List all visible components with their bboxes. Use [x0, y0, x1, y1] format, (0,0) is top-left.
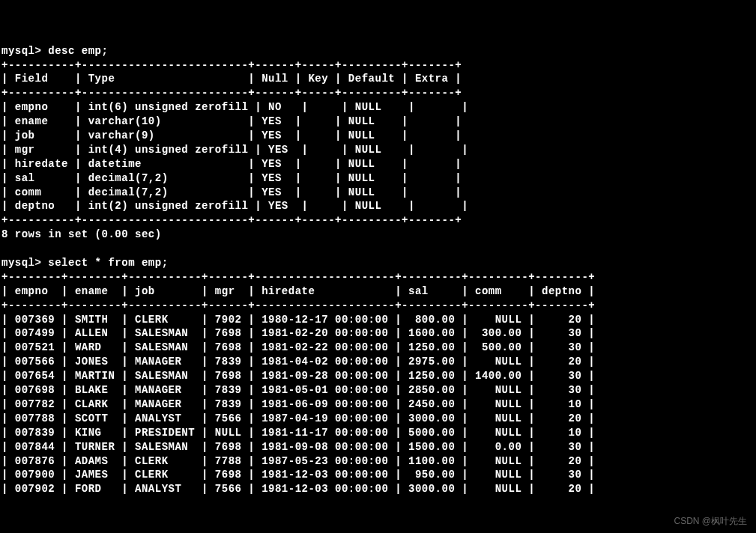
- desc-row: | empno | int(6) unsigned zerofill | NO …: [1, 101, 468, 113]
- select-row: | 007876 | ADAMS | CLERK | 7788 | 1987-0…: [1, 455, 595, 467]
- select-row: | 007782 | CLARK | MANAGER | 7839 | 1981…: [1, 398, 595, 410]
- select-row: | 007566 | JONES | MANAGER | 7839 | 1981…: [1, 356, 595, 368]
- desc-footer: 8 rows in set (0.00 sec): [1, 228, 162, 240]
- desc-border-top: +----------+-------------------------+--…: [1, 59, 462, 71]
- watermark-text: CSDN @枫叶先生: [674, 515, 747, 527]
- select-row: | 007788 | SCOTT | ANALYST | 7566 | 1987…: [1, 412, 595, 424]
- select-row: | 007369 | SMITH | CLERK | 7902 | 1980-1…: [1, 314, 595, 326]
- desc-border-bottom: +----------+-------------------------+--…: [1, 214, 462, 226]
- select-header-row: | empno | ename | job | mgr | hiredate |…: [1, 285, 595, 297]
- desc-row: | job | varchar(9) | YES | | NULL | |: [1, 130, 462, 141]
- select-row: | 007844 | TURNER | SALESMAN | 7698 | 19…: [1, 441, 595, 453]
- desc-row: | sal | decimal(7,2) | YES | | NULL | |: [1, 172, 462, 184]
- desc-border-mid: +----------+-------------------------+--…: [1, 87, 462, 99]
- terminal-output: mysql> desc emp; +----------+-----------…: [1, 44, 755, 497]
- select-row: | 007902 | FORD | ANALYST | 7566 | 1981-…: [1, 483, 595, 495]
- mysql-prompt-2[interactable]: mysql> select * from emp;: [1, 257, 169, 269]
- mysql-prompt-1[interactable]: mysql> desc emp;: [1, 45, 108, 57]
- select-row: | 007521 | WARD | SALESMAN | 7698 | 1981…: [1, 341, 595, 353]
- desc-header-row: | Field | Type | Null | Key | Default | …: [1, 73, 462, 85]
- desc-row: | comm | decimal(7,2) | YES | | NULL | |: [1, 186, 462, 198]
- select-border-mid: +--------+--------+-----------+------+--…: [1, 299, 595, 311]
- desc-row: | hiredate | datetime | YES | | NULL | |: [1, 158, 462, 170]
- select-row: | 007839 | KING | PRESIDENT | NULL | 198…: [1, 427, 595, 439]
- select-row: | 007698 | BLAKE | MANAGER | 7839 | 1981…: [1, 384, 595, 396]
- select-row: | 007900 | JAMES | CLERK | 7698 | 1981-1…: [1, 469, 595, 481]
- desc-row: | ename | varchar(10) | YES | | NULL | |: [1, 115, 462, 127]
- select-border-top: +--------+--------+-----------+------+--…: [1, 271, 595, 283]
- select-row: | 007654 | MARTIN | SALESMAN | 7698 | 19…: [1, 370, 595, 382]
- desc-row: | deptno | int(2) unsigned zerofill | YE…: [1, 200, 468, 212]
- desc-row: | mgr | int(4) unsigned zerofill | YES |…: [1, 144, 468, 156]
- select-row: | 007499 | ALLEN | SALESMAN | 7698 | 198…: [1, 327, 595, 339]
